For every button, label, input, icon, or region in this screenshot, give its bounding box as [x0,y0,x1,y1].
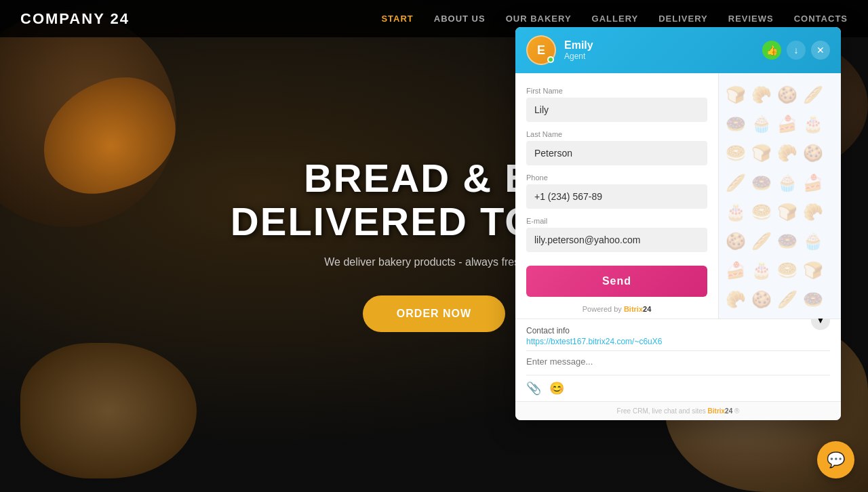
nav-link-contacts[interactable]: CONTACTS [794,14,848,24]
phone-input[interactable] [526,184,707,209]
bitrix-num: 24 [643,305,651,313]
close-chat-button[interactable]: ✕ [811,41,830,60]
contact-info-bar: Contact info ▼ https://bxtest167.bitrix2… [515,319,841,350]
contact-link[interactable]: https://bxtest167.bitrix24.com/~c6uX6 [526,337,830,346]
first-name-field: First Name [526,87,707,122]
phone-field: Phone [526,173,707,209]
email-input[interactable] [526,228,707,252]
powered-by: Powered by Bitrix24 [526,305,707,313]
nav-link-gallery[interactable]: GALLERY [592,14,639,24]
chat-float-button[interactable]: 💬 [817,441,854,478]
chat-bottom: Contact info ▼ https://bxtest167.bitrix2… [515,319,841,420]
last-name-input[interactable] [526,141,707,165]
nav-links: START ABOUT US OUR BAKERY GALLERY DELIVE… [381,14,848,24]
email-label: E-mail [526,217,707,225]
first-name-input[interactable] [526,98,707,122]
order-now-button[interactable]: ORDER NOW [363,295,505,332]
download-button[interactable]: ↓ [787,41,806,60]
footer-num: 24 [725,407,732,415]
input-actions: 📎 😊 [515,375,841,401]
contact-info-label: Contact info [526,326,570,335]
last-name-field: Last Name [526,130,707,165]
form-panel: First Name Last Name Phone E-mail Send P… [515,73,719,319]
header-actions: 👍 ↓ ✕ [762,41,830,60]
footer-registered: ® [734,407,739,415]
agent-name: Emily [564,39,754,52]
first-name-label: First Name [526,87,707,95]
phone-label: Phone [526,173,707,182]
footer-text: Free CRM, live chat and sites [617,407,706,415]
last-name-label: Last Name [526,130,707,138]
bg-pattern-icons: 🍞🥐🍪🥖🍩🧁🍰🎂🥯🍞🥐🍪🥖🍩🧁🍰🎂🥯🍞🥐🍪🥖🍩🧁🍰🎂🥯🍞🥐🍪🥖🍩🧁🍰🎂🥯🍞🥐🍪🥖… [719,73,841,319]
emoji-button[interactable]: 😊 [549,381,564,396]
message-input[interactable] [526,356,830,367]
attach-button[interactable]: 📎 [526,381,541,396]
online-indicator [547,56,554,63]
hero-subtitle: We deliver bakery products - always fres… [324,256,543,268]
bitrix-brand: Bitrix [624,305,643,313]
nav-link-about[interactable]: ABOUT US [434,14,486,24]
agent-avatar: E [526,35,556,65]
chat-float-icon: 💬 [827,451,845,469]
nav-link-delivery[interactable]: DELIVERY [658,14,708,24]
message-input-row [515,351,841,375]
nav-logo: COMPANY 24 [20,10,130,28]
form-bg-panel: 🍞🥐🍪🥖🍩🧁🍰🎂🥯🍞🥐🍪🥖🍩🧁🍰🎂🥯🍞🥐🍪🥖🍩🧁🍰🎂🥯🍞🥐🍪🥖🍩🧁🍰🎂🥯🍞🥐🍪🥖… [719,73,841,319]
send-button[interactable]: Send [526,266,707,297]
agent-role: Agent [564,52,754,61]
agent-info: Emily Agent [564,39,754,61]
footer-brand: Bitrix [708,407,726,415]
chat-footer: Free CRM, live chat and sites Bitrix24 ® [515,401,841,420]
nav-link-reviews[interactable]: REVIEWS [728,14,774,24]
chat-form-area: First Name Last Name Phone E-mail Send P… [515,73,841,319]
nav-link-start[interactable]: START [381,14,413,24]
chat-header: E Emily Agent 👍 ↓ ✕ [515,27,841,73]
email-field: E-mail [526,217,707,252]
nav-link-bakery[interactable]: OUR BAKERY [506,14,572,24]
like-button[interactable]: 👍 [762,41,781,60]
chat-widget: E Emily Agent 👍 ↓ ✕ First Name Last Name… [515,27,841,420]
